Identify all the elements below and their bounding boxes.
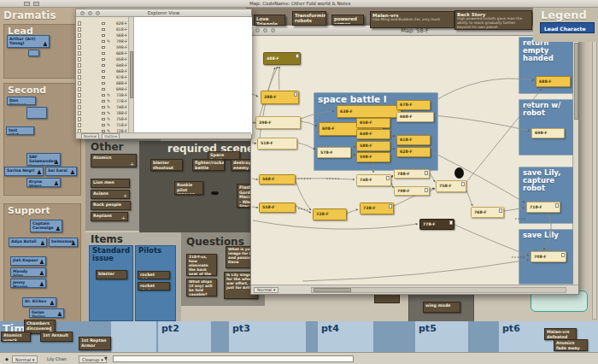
checkbox-icon[interactable] (102, 88, 105, 91)
map-node[interactable]: 718-F (526, 202, 560, 213)
checkbox-icon[interactable] (102, 40, 105, 44)
list-item[interactable]: ✎718-F (76, 122, 129, 128)
character-card[interactable]: Jenny Myung♟ (10, 279, 46, 288)
checkbox-icon[interactable] (102, 94, 105, 97)
race-card[interactable]: Rock people (91, 201, 131, 210)
map-canvas[interactable]: space battle Ireturn empty handedreturn … (251, 36, 573, 285)
scene-card[interactable]: blaster shootout (150, 159, 183, 171)
timeline-segment[interactable]: pt5 (415, 321, 468, 352)
race-card[interactable]: Avians+ (91, 190, 130, 199)
scrollbar-thumb[interactable] (130, 51, 134, 98)
checkbox-icon[interactable] (102, 112, 105, 115)
checkbox-icon[interactable] (102, 28, 105, 32)
checkbox-icon[interactable] (102, 34, 105, 38)
character-card[interactable]: Mandy Silas♟ (10, 267, 46, 277)
map-view-mode-select[interactable]: Normal ▾ (254, 287, 278, 293)
story-note-card[interactable]: Malan-vrsLika Ming and Boddole Zei, only… (370, 11, 454, 28)
list-item[interactable]: 598-F (76, 44, 129, 50)
scene-card[interactable]: fighter/rocket battle (192, 159, 225, 171)
map-node[interactable]: 698-F (531, 128, 565, 138)
explorer-view-mode[interactable]: Normal (81, 133, 99, 139)
mode-select[interactable]: Normal ▾ (12, 355, 38, 363)
race-card[interactable]: Atomics+ (91, 154, 137, 167)
map-node[interactable]: 628-F (396, 147, 431, 157)
character-card[interactable]: Kryna Hress♟ (26, 178, 61, 187)
map-node[interactable]: 738-F (360, 203, 394, 214)
timeline-segment[interactable]: pt2 (158, 321, 211, 352)
map-node[interactable]: 558-F (259, 203, 296, 213)
list-item[interactable]: ✎748-F (76, 104, 129, 110)
map-node[interactable]: 578-F (317, 147, 351, 158)
character-card[interactable]: Adya Botoli♟ (9, 238, 47, 247)
checkbox-icon[interactable] (102, 46, 105, 50)
map-horizontal-scrollbar[interactable] (311, 287, 566, 293)
character-card[interactable] (28, 50, 39, 56)
map-node[interactable]: 778-F (419, 219, 454, 230)
map-node[interactable]: 618-F (396, 135, 431, 145)
window-button-icon[interactable] (33, 2, 39, 6)
list-item[interactable]: ✎738-F (76, 92, 129, 98)
story-note-card[interactable]: Transforming robots (292, 11, 326, 26)
checkbox-icon[interactable] (102, 100, 105, 103)
map-node[interactable]: 678-F (396, 100, 431, 110)
checkbox-icon[interactable] (102, 58, 105, 62)
checkbox-icon[interactable] (102, 70, 105, 73)
list-item[interactable]: 678-F (76, 74, 129, 80)
timeline-event-card[interactable]: 1st Assault (40, 332, 73, 342)
main-window-titlebar[interactable]: Map: CodeName: Other Fold world & Notes (0, 0, 598, 8)
timeline-segment[interactable]: pt3 (229, 321, 306, 352)
checkbox-icon[interactable] (102, 106, 105, 109)
list-item[interactable]: ✎798-F (76, 38, 129, 44)
character-card[interactable]: Gelan Tarinu♟ (29, 308, 64, 318)
character-card[interactable]: Captain Carmaige♟ (30, 220, 62, 232)
window-button-icon[interactable] (24, 2, 30, 6)
list-item[interactable]: ✎778-F (76, 98, 129, 104)
timeline-segment[interactable]: pt4 (318, 321, 373, 352)
map-node[interactable]: 648-F (356, 129, 390, 139)
map-node[interactable]: 398-F (255, 116, 301, 129)
checkbox-icon[interactable] (102, 118, 105, 121)
character-card[interactable]: Arthur (Art) Yanagi♟ (7, 35, 50, 48)
scrollbar-thumb[interactable] (574, 43, 578, 120)
main-vertical-scrollbar[interactable] (592, 39, 597, 320)
list-item[interactable]: ✎788-F (76, 110, 129, 116)
map-node[interactable]: 768-F (471, 207, 504, 218)
map-node[interactable]: 658-F (356, 118, 390, 128)
checkbox-icon[interactable] (102, 52, 105, 56)
checkbox-icon[interactable] (102, 22, 105, 26)
question-card[interactable]: What ships (if any) will be fold capable… (186, 279, 217, 296)
map-node[interactable]: 688-F (536, 76, 571, 87)
question-card[interactable]: 218-T-xx, how eliminate the back seat of… (186, 254, 217, 276)
map-node[interactable]: 638-F (337, 105, 402, 118)
list-item[interactable]: 688-F (76, 80, 129, 86)
map-node[interactable]: 708-F (531, 251, 566, 262)
map-node[interactable]: 758-F (436, 180, 466, 192)
character-card[interactable]: SBF Salamander Squadron♟ (26, 153, 61, 166)
map-node[interactable]: 728-F (313, 208, 347, 220)
item-card[interactable]: rocket ships (138, 271, 170, 279)
race-card[interactable]: Reptans+ (91, 212, 128, 221)
map-node[interactable]: 748-F (356, 174, 391, 186)
item-card[interactable]: rocket sleds (138, 282, 170, 291)
map-node[interactable]: 518-F (257, 138, 297, 150)
story-note-card[interactable]: Back StoryHigh powered rockets gave man … (454, 10, 532, 30)
character-card[interactable]: Dan Cromer (7, 97, 36, 105)
character-card[interactable]: Jiah Kapoor♟ (10, 256, 46, 266)
checkbox-icon[interactable] (102, 64, 105, 68)
wing-card[interactable]: wing mode (423, 302, 460, 313)
list-item[interactable]: 568-F (76, 32, 129, 38)
list-item[interactable]: 648-F (76, 62, 129, 68)
search-input[interactable] (113, 355, 354, 362)
scrollbar-thumb[interactable] (314, 288, 351, 292)
list-item[interactable]: 628-F (76, 21, 129, 26)
map-vertical-scrollbar[interactable] (572, 36, 578, 285)
timeline-event-card[interactable]: 1st Reptan Armor (79, 337, 111, 350)
character-card[interactable]: Sarina Negri♟ (4, 167, 44, 176)
map-node[interactable]: 488-F (263, 52, 301, 65)
map-node[interactable]: 388-F (261, 91, 299, 104)
scene-card[interactable]: Rookie pilot rescues singer (174, 181, 203, 195)
character-card[interactable]: helmsman♟ (49, 238, 78, 247)
map-node[interactable]: 788-F (394, 169, 430, 179)
story-note-card[interactable]: Love Triangle (254, 15, 285, 26)
cleanup-select[interactable]: Cleanup ▾ (79, 355, 107, 363)
